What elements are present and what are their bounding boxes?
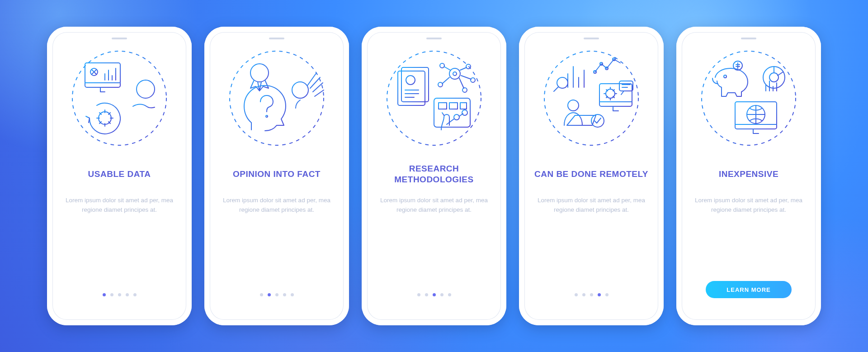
dot[interactable]	[590, 293, 593, 296]
svg-point-25	[462, 110, 467, 115]
page-indicator	[417, 293, 451, 296]
dot[interactable]	[126, 293, 129, 296]
screen-body: Lorem ipsum dolor sit amet ad per, mea r…	[373, 196, 495, 215]
svg-point-5	[230, 51, 324, 145]
dot[interactable]	[291, 293, 294, 296]
onboarding-screen-3: RESEARCH METHODOLOGIES Lorem ipsum dolor…	[362, 27, 506, 325]
svg-point-38	[724, 75, 726, 78]
svg-point-8	[292, 82, 308, 98]
screen-title: RESEARCH METHODOLOGIES	[373, 163, 495, 185]
svg-point-13	[449, 68, 460, 79]
svg-point-24	[454, 114, 459, 120]
dot[interactable]	[598, 293, 601, 296]
dot[interactable]	[118, 293, 121, 296]
svg-point-19	[438, 82, 443, 87]
dot[interactable]	[440, 293, 443, 296]
dot[interactable]	[133, 293, 137, 296]
svg-point-17	[471, 78, 475, 82]
dot[interactable]	[283, 293, 286, 296]
dot[interactable]	[275, 293, 278, 296]
dot[interactable]	[268, 293, 271, 296]
svg-point-18	[462, 88, 467, 92]
dot[interactable]	[582, 293, 585, 296]
dot[interactable]	[448, 293, 451, 296]
svg-point-36	[591, 114, 604, 127]
dot[interactable]	[260, 293, 263, 296]
inexpensive-icon	[699, 48, 798, 148]
dot[interactable]	[605, 293, 609, 296]
svg-rect-34	[619, 81, 633, 91]
onboarding-screen-4: CAN BE DONE REMOTELY Lorem ipsum dolor s…	[519, 27, 664, 325]
page-indicator	[260, 293, 294, 296]
svg-point-35	[568, 100, 579, 111]
learn-more-button[interactable]: LEARN MORE	[706, 281, 792, 298]
dot[interactable]	[433, 293, 436, 296]
svg-point-37	[702, 51, 796, 145]
onboarding-screen-2: OPINION INTO FACT Lorem ipsum dolor sit …	[204, 27, 349, 325]
screen-body: Lorem ipsum dolor sit amet ad per, mea r…	[215, 196, 338, 215]
screen-title: USABLE DATA	[85, 163, 154, 185]
svg-point-41	[769, 73, 778, 82]
screen-title: INEXPENSIVE	[716, 163, 781, 185]
research-methodologies-icon	[384, 48, 484, 148]
screen-body: Lorem ipsum dolor sit amet ad per, mea r…	[530, 196, 653, 215]
svg-point-0	[72, 51, 166, 145]
svg-rect-1	[85, 63, 120, 87]
screen-body: Lorem ipsum dolor sit amet ad per, mea r…	[58, 196, 181, 215]
svg-point-26	[544, 51, 638, 145]
usable-data-icon	[70, 48, 169, 148]
screen-title: OPINION INTO FACT	[230, 163, 323, 185]
svg-rect-22	[449, 103, 458, 109]
svg-rect-21	[439, 103, 447, 109]
dot[interactable]	[110, 293, 113, 296]
onboarding-screen-1: USABLE DATA Lorem ipsum dolor sit amet a…	[47, 27, 192, 325]
dot[interactable]	[425, 293, 428, 296]
page-indicator	[103, 293, 137, 296]
page-indicator	[575, 293, 609, 296]
remote-work-icon	[542, 48, 641, 148]
svg-rect-23	[460, 103, 467, 109]
dot[interactable]	[417, 293, 420, 296]
onboarding-screen-5: INEXPENSIVE Lorem ipsum dolor sit amet a…	[676, 27, 821, 325]
dot[interactable]	[103, 293, 106, 296]
svg-point-7	[266, 115, 268, 117]
opinion-into-fact-icon	[227, 48, 326, 148]
svg-point-15	[440, 63, 444, 68]
dot[interactable]	[575, 293, 578, 296]
screen-title: CAN BE DONE REMOTELY	[532, 163, 651, 185]
screen-body: Lorem ipsum dolor sit amet ad per, mea r…	[687, 196, 810, 215]
svg-point-14	[453, 72, 457, 76]
